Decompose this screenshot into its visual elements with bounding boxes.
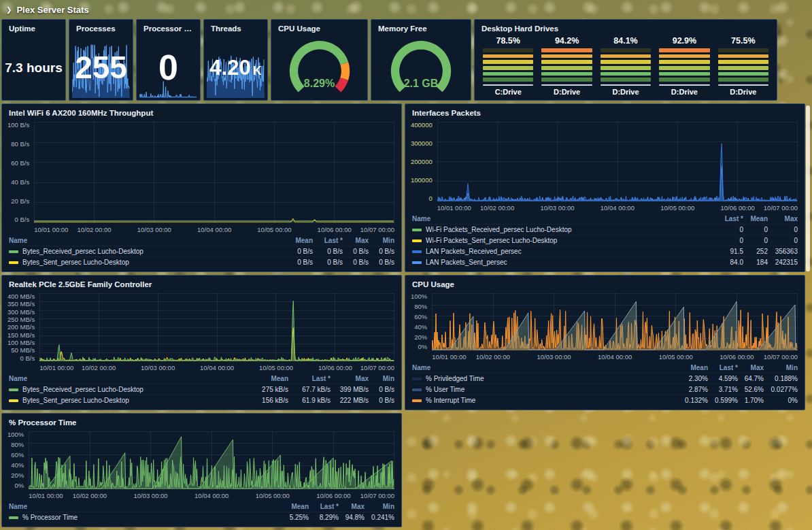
legend-col-header[interactable]: Min (369, 235, 394, 246)
chart-canvas[interactable] (29, 431, 394, 489)
legend-col-header[interactable]: Max (738, 363, 764, 373)
legend-col-header[interactable]: Min (369, 374, 394, 384)
plot-area[interactable] (437, 122, 798, 201)
legend-series-name[interactable]: Wi-Fi Packets_Received_persec Lucho-Desk… (412, 225, 713, 235)
legend-col-header[interactable]: Mean (678, 363, 708, 373)
x-tick-label: 10/03 00:00 (540, 204, 574, 212)
drive-bar-segment (541, 54, 592, 59)
plot-area[interactable] (34, 122, 394, 223)
series-color-swatch (9, 399, 18, 402)
legend-name-header[interactable]: Name (412, 214, 713, 224)
legend-col-header[interactable]: Mean (287, 235, 313, 246)
y-tick-label: 0% (418, 344, 428, 350)
legend-col-header[interactable]: Max (339, 501, 365, 512)
legend-col-header[interactable]: Last * (713, 214, 743, 224)
legend-series-name[interactable]: Bytes_Received_persec Lucho-Desktop (9, 384, 250, 395)
legend-series-name[interactable]: % Interrupt Time (412, 395, 678, 405)
threads-value: 4.20K (209, 57, 261, 78)
scrollbar-thumb[interactable] (806, 105, 810, 271)
legend-col-header[interactable]: Min (365, 501, 394, 512)
chart-canvas[interactable] (39, 293, 394, 361)
series-color-swatch (9, 388, 18, 391)
legend-series-name[interactable]: Bytes_Sent_persec Lucho-Desktop (9, 395, 250, 405)
panel-title[interactable]: Processes (69, 20, 133, 35)
legend-col-header[interactable]: Max (331, 374, 369, 384)
plot-area[interactable] (29, 431, 394, 489)
legend-stat-value: 8.29% (309, 512, 339, 523)
x-tick-label: 10/05 00:00 (259, 364, 293, 371)
drive-gauge-baseline (718, 84, 768, 86)
legend-name-header[interactable]: Name (9, 235, 287, 246)
legend-series-name[interactable]: Bytes_Received_persec Lucho-Desktop (9, 246, 287, 256)
dashboard-row-header[interactable]: ❯ Plex Server Stats (0, 0, 95, 19)
legend-stat-value: 1.70% (738, 395, 764, 405)
y-axis: 100%80%60%40%20%0% (409, 293, 432, 361)
legend-series-name[interactable]: % User Time (412, 384, 678, 395)
plot-area[interactable] (432, 293, 798, 350)
legend-series-name[interactable]: Wi-Fi Packets_Sent_persec Lucho-Desktop (412, 235, 713, 246)
drive-bar-segment (541, 72, 592, 76)
y-tick-label: 40% (414, 324, 427, 331)
drive-bar (541, 48, 592, 82)
panel-title[interactable]: CPU Usage (405, 276, 805, 291)
y-axis: 100%80%60%40%20%0% (6, 431, 29, 500)
legend-col-header[interactable]: Max (768, 214, 798, 224)
drive-gauge-baseline (659, 84, 709, 86)
legend-col-header[interactable]: Max (343, 235, 369, 246)
legend-col-header[interactable]: Last * (288, 374, 331, 384)
legend-name-header[interactable]: Name (9, 374, 250, 384)
panel-title[interactable]: Interfaces Packets (405, 104, 805, 119)
x-tick-label: 10/07 00:00 (360, 226, 394, 233)
panel-threads: Threads 4.20K (203, 19, 268, 101)
legend-stat-value: 0 B/s (313, 257, 343, 267)
legend-col-header[interactable]: Min (764, 363, 798, 373)
legend-col-header[interactable]: Mean (250, 374, 288, 384)
legend-series-name[interactable]: % Priviledged Time (412, 374, 678, 384)
legend-col-header[interactable]: Mean (283, 501, 309, 512)
legend-stat-value: 0.0277% (764, 384, 798, 395)
legend-col-header[interactable]: Mean (743, 214, 768, 224)
legend-name-header[interactable]: Name (9, 501, 283, 512)
panel-title[interactable]: Desktop Hard Drives (475, 20, 777, 35)
panel-title[interactable]: Uptime (2, 20, 65, 35)
x-tick-label: 10/06 00:00 (318, 226, 352, 233)
legend-stat-value: 242315 (768, 257, 798, 267)
y-tick-label: 0 B/s (15, 216, 30, 223)
panel-title[interactable]: Memory Free (371, 20, 471, 35)
panel-title[interactable]: Intel WiFi 6 AX200 160MHz Throughput (2, 104, 401, 119)
processes-value: 255 (75, 52, 127, 83)
legend-name-header[interactable]: Name (412, 363, 678, 373)
legend-col-header[interactable]: Last * (708, 363, 738, 373)
panel-wifi-throughput: Intel WiFi 6 AX200 160MHz Throughput 100… (1, 103, 402, 272)
chart-canvas[interactable] (437, 122, 798, 201)
legend-col-header[interactable]: Last * (313, 235, 343, 246)
x-tick-label: 10/02 00:00 (480, 204, 514, 212)
legend-series-label: Bytes_Received_persec Lucho-Desktop (22, 248, 143, 255)
legend-stat-value: 0.241% (365, 512, 394, 523)
drive-percent: 84.1% (600, 36, 651, 46)
legend-header: NameMeanLast *MaxMin (412, 363, 798, 373)
x-tick-label: 10/01 00:00 (437, 204, 471, 212)
legend-series-name[interactable]: LAN Packets_Received_persec (412, 246, 713, 256)
panel-title[interactable]: % Processor Time (2, 414, 401, 429)
x-axis: 10/01 00:0010/02 00:0010/03 00:0010/04 0… (29, 489, 394, 500)
chart-canvas[interactable] (432, 293, 798, 350)
panel-title[interactable]: CPU Usage (271, 20, 367, 35)
legend-series-label: % Processor Time (22, 514, 78, 521)
legend-stat-value: 275 kB/s (250, 384, 288, 395)
legend-series-name[interactable]: Bytes_Sent_persec Lucho-Desktop (9, 257, 287, 267)
legend-series-name[interactable]: LAN Packets_Sent_persec (412, 257, 713, 267)
y-tick-label: 0% (15, 482, 24, 489)
legend-series-name[interactable]: % Processor Time (9, 512, 283, 523)
x-tick-label: 10/05 00:00 (256, 492, 290, 499)
panel-title[interactable]: Processor Q... (137, 20, 200, 35)
plot-area[interactable] (39, 293, 394, 361)
panel-title[interactable]: Threads (204, 20, 267, 35)
series-color-swatch (9, 250, 18, 253)
gauge-arc (281, 35, 358, 101)
legend-col-header[interactable]: Last * (309, 501, 339, 512)
drive-label: D:Drive (718, 88, 768, 96)
panel-title[interactable]: Realtek PCIe 2.5GbE Family Controller (2, 276, 401, 291)
y-tick-label: 80 B/s (11, 141, 29, 148)
chart-canvas[interactable] (34, 122, 394, 223)
